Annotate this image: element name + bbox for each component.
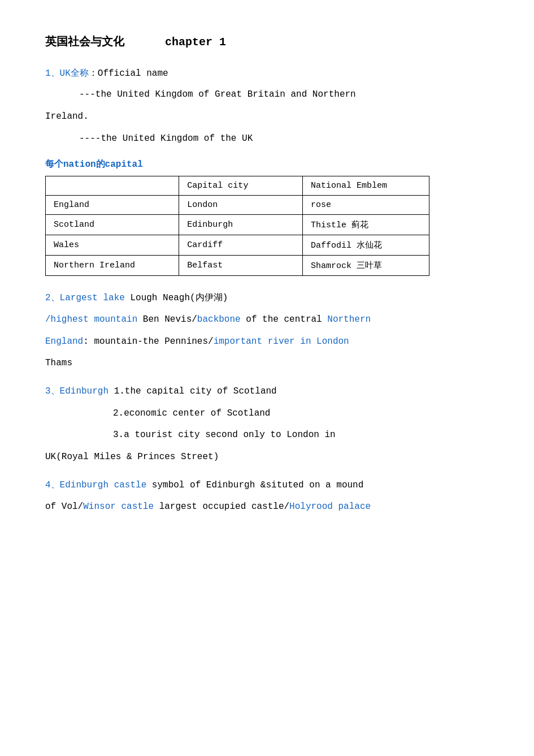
title-chinese: 英国社会与文化 <box>45 36 124 49</box>
table-cell-england: England <box>46 195 179 214</box>
section-2: 2、Largest lake Lough Neagh(内伊湖) /highest… <box>45 290 489 372</box>
section2-backbone: backbone <box>197 314 241 325</box>
section3-item3-2-text: UK(Royal Miles & Princes Street) <box>45 452 219 462</box>
table-cell-shamrock: Shamrock 三叶草 <box>302 255 429 275</box>
section4-line2: of Vol/Winsor castle largest occupied ca… <box>45 498 489 515</box>
section-4: 4、Edinburgh castle symbol of Edinburgh &… <box>45 477 489 516</box>
section2-line3: England: mountain-the Pennines/important… <box>45 333 489 350</box>
section1-line1: ---the United Kingdom of Great Britain a… <box>79 87 489 103</box>
section2-line1: 2、Largest lake Lough Neagh(内伊湖) <box>45 290 489 306</box>
section2-central: of the central <box>241 314 328 325</box>
section2-ben-nevis: Ben Nevis/ <box>137 314 197 325</box>
section2-important-river: important river in London <box>214 336 349 347</box>
section-3: 3、Edinburgh 1.the capital city of Scotla… <box>45 383 489 465</box>
table-cell-daffodil: Daffodil 水仙花 <box>302 235 429 255</box>
section4-text1: symbol of Edinburgh &situted on a mound <box>146 480 363 490</box>
section4-blue-label: Edinburgh castle <box>60 480 147 490</box>
section-1: 1、UK全称：Official name ---the United Kingd… <box>45 65 489 147</box>
section3-num: 3、 <box>45 386 60 396</box>
section1-blue-label: UK全称 <box>60 68 89 79</box>
table-cell-edinburgh: Edinburgh <box>179 214 303 235</box>
section2-pennines: : mountain-the Pennines/ <box>83 336 213 347</box>
table-row: Scotland Edinburgh Thistle 蓟花 <box>46 214 429 235</box>
nations-heading: 每个nation的capital <box>45 158 489 170</box>
section3-text-main: 1.the capital city of Scotland <box>108 386 277 396</box>
table-header-col2: National Emblem <box>302 176 429 195</box>
section2-england: England <box>45 336 83 347</box>
section4-line2-text1: of Vol/ <box>45 502 83 512</box>
table-cell-thistle: Thistle 蓟花 <box>302 214 429 235</box>
section1-ireland: Ireland. <box>45 111 89 122</box>
table-cell-cardiff: Cardiff <box>179 235 303 255</box>
title-english: chapter 1 <box>165 36 226 49</box>
nations-table: Capital city National Emblem England Lon… <box>45 176 429 276</box>
section1-line2: ----the United Kingdom of the UK <box>79 131 489 147</box>
section2-num: 2、 <box>45 293 60 303</box>
table-header-col0 <box>46 176 179 195</box>
table-row: Northern Ireland Belfast Shamrock 三叶草 <box>46 255 429 275</box>
section2-text1: Lough Neagh(内伊湖) <box>125 293 228 303</box>
table-cell-northern-ireland: Northern Ireland <box>46 255 179 275</box>
table-header-col1: Capital city <box>179 176 303 195</box>
section3-item2: 2.economic center of Scotland <box>113 405 489 422</box>
section1-line1-cont: Ireland. <box>45 109 489 125</box>
section1-num: 1、UK全称 <box>45 68 89 79</box>
section2-blue-label: Largest lake <box>60 293 125 303</box>
table-cell-belfast: Belfast <box>179 255 303 275</box>
table-row: Wales Cardiff Daffodil 水仙花 <box>46 235 429 255</box>
table-cell-wales: Wales <box>46 235 179 255</box>
section4-holyrood: Holyrood palace <box>289 502 371 512</box>
section2-thams: Thams <box>45 358 72 368</box>
section1-heading-rest: ：Official name <box>89 68 168 79</box>
section3-item3-line1: 3.a tourist city second only to London i… <box>113 426 489 443</box>
section2-highest-mountain: /highest mountain <box>45 314 137 325</box>
section4-num: 4、 <box>45 480 60 490</box>
section3-blue-label: Edinburgh <box>60 386 108 396</box>
table-row: England London rose <box>46 195 429 214</box>
section2-northern: Northern <box>327 314 371 325</box>
section1-line1-text: ---the United Kingdom of Great Britain a… <box>79 89 356 100</box>
section3-item3-line2: UK(Royal Miles & Princes Street) <box>45 448 489 465</box>
section2-line4: Thams <box>45 355 489 371</box>
section2-line2: /highest mountain Ben Nevis/backbone of … <box>45 311 489 328</box>
page-title: 英国社会与文化 chapter 1 <box>45 34 489 49</box>
section4-winsor-castle: Winsor castle <box>83 502 154 512</box>
table-header-row: Capital city National Emblem <box>46 176 429 195</box>
section3-item2-text: 2.economic center of Scotland <box>113 408 270 418</box>
table-cell-london: London <box>179 195 303 214</box>
section4-line1: 4、Edinburgh castle symbol of Edinburgh &… <box>45 477 489 494</box>
section1-line2-text: ----the United Kingdom of the UK <box>79 133 253 144</box>
table-cell-scotland: Scotland <box>46 214 179 235</box>
table-cell-rose: rose <box>302 195 429 214</box>
nations-heading-text: 每个nation的capital <box>45 159 143 170</box>
section4-line2-text2: largest occupied castle/ <box>154 502 289 512</box>
section1-heading: 1、UK全称：Official name <box>45 65 489 82</box>
section3-item3-1-text: 3.a tourist city second only to London i… <box>113 430 336 440</box>
section3-line1: 3、Edinburgh 1.the capital city of Scotla… <box>45 383 489 400</box>
